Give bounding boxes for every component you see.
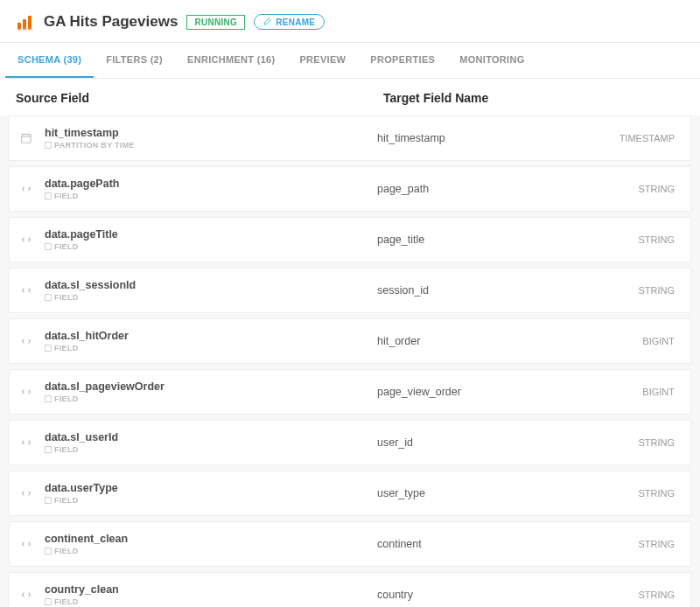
meta-box-icon bbox=[45, 395, 52, 402]
schema-row[interactable]: data.pagePathFIELDpage_pathSTRING bbox=[10, 167, 690, 211]
page-header: GA Hits Pageviews RUNNING RENAME bbox=[0, 0, 700, 43]
field-type: STRING bbox=[638, 437, 675, 448]
source-field-name: data.userType bbox=[45, 482, 377, 494]
rename-button-label: RENAME bbox=[276, 17, 315, 27]
source-field-meta-label: FIELD bbox=[54, 242, 79, 251]
meta-box-icon bbox=[45, 294, 52, 301]
target-field-name: page_path bbox=[377, 183, 638, 195]
target-field-name: hit_order bbox=[377, 335, 642, 347]
meta-box-icon bbox=[45, 243, 52, 250]
source-field-name: data.sl_userId bbox=[45, 431, 377, 443]
drag-handle-icon[interactable] bbox=[20, 436, 32, 449]
tab-schema[interactable]: SCHEMA (39) bbox=[5, 43, 94, 78]
schema-body: hit_timestampPARTITION BY TIMEhit_timest… bbox=[0, 115, 700, 607]
source-field-name: continent_clean bbox=[45, 533, 377, 545]
source-field-cell: data.sl_hitOrderFIELD bbox=[45, 330, 377, 352]
bar-chart-icon bbox=[16, 12, 35, 31]
source-field-meta: FIELD bbox=[45, 445, 377, 454]
field-type: TIMESTAMP bbox=[620, 133, 675, 143]
field-type: STRING bbox=[638, 590, 675, 600]
schema-row[interactable]: data.sl_hitOrderFIELDhit_orderBIGINT bbox=[10, 319, 690, 363]
schema-row[interactable]: hit_timestampPARTITION BY TIMEhit_timest… bbox=[10, 116, 690, 160]
schema-row[interactable]: data.userTypeFIELDuser_typeSTRING bbox=[10, 471, 690, 515]
svg-point-3 bbox=[17, 29, 34, 31]
source-field-meta: FIELD bbox=[45, 344, 377, 352]
drag-handle-icon[interactable] bbox=[20, 487, 32, 499]
target-field-name: user_id bbox=[377, 436, 638, 449]
target-field-name: user_type bbox=[377, 487, 638, 499]
meta-box-icon bbox=[45, 548, 52, 555]
tab-enrichment[interactable]: ENRICHMENT (16) bbox=[175, 43, 287, 78]
tab-monitoring[interactable]: MONITORING bbox=[447, 43, 536, 78]
schema-row[interactable]: data.sl_pageviewOrderFIELDpage_view_orde… bbox=[10, 370, 690, 414]
meta-box-icon bbox=[45, 142, 52, 149]
source-field-meta-label: FIELD bbox=[54, 293, 79, 302]
target-field-name: page_title bbox=[377, 234, 638, 246]
source-field-meta-label: FIELD bbox=[54, 547, 79, 555]
source-field-name: hit_timestamp bbox=[45, 127, 377, 139]
source-field-meta: FIELD bbox=[45, 547, 377, 555]
schema-row[interactable]: data.sl_userIdFIELDuser_idSTRING bbox=[10, 421, 690, 464]
source-field-meta-label: FIELD bbox=[54, 445, 79, 454]
tab-preview[interactable]: PREVIEW bbox=[287, 43, 358, 78]
source-field-meta-label: FIELD bbox=[54, 344, 79, 352]
meta-box-icon bbox=[45, 192, 52, 199]
tab-filters[interactable]: FILTERS (2) bbox=[94, 43, 175, 78]
source-field-meta-label: FIELD bbox=[54, 597, 79, 606]
rename-button[interactable]: RENAME bbox=[254, 14, 325, 30]
source-field-meta: FIELD bbox=[45, 242, 377, 251]
schema-row[interactable]: country_cleanFIELDcountrySTRING bbox=[10, 573, 690, 607]
source-field-cell: data.sl_pageviewOrderFIELD bbox=[45, 380, 377, 403]
source-field-cell: data.sl_sessionIdFIELD bbox=[45, 279, 377, 302]
source-field-meta-label: FIELD bbox=[54, 394, 79, 403]
svg-rect-1 bbox=[23, 19, 26, 30]
source-field-meta-label: FIELD bbox=[54, 192, 79, 200]
pencil-icon bbox=[263, 17, 272, 27]
drag-handle-icon[interactable] bbox=[20, 538, 32, 550]
calendar-icon bbox=[20, 132, 32, 144]
schema-row[interactable]: data.pageTitleFIELDpage_titleSTRING bbox=[10, 218, 690, 262]
source-field-meta: FIELD bbox=[45, 496, 377, 505]
source-field-name: data.pagePath bbox=[45, 178, 377, 190]
meta-box-icon bbox=[45, 598, 52, 605]
target-field-name: page_view_order bbox=[377, 386, 642, 398]
drag-handle-icon[interactable] bbox=[20, 589, 32, 601]
drag-handle-icon[interactable] bbox=[20, 183, 32, 195]
field-type: STRING bbox=[638, 488, 675, 499]
field-type: STRING bbox=[638, 539, 675, 549]
schema-header-row: Source Field Target Field Name bbox=[0, 79, 700, 115]
meta-box-icon bbox=[45, 446, 52, 453]
target-field-name: session_id bbox=[377, 284, 638, 297]
source-field-cell: data.pagePathFIELD bbox=[45, 178, 377, 200]
source-field-meta: FIELD bbox=[45, 293, 377, 302]
source-field-meta-label: FIELD bbox=[54, 496, 79, 505]
status-badge: RUNNING bbox=[186, 15, 245, 30]
source-field-name: data.sl_pageviewOrder bbox=[45, 380, 377, 393]
field-type: STRING bbox=[638, 234, 675, 245]
source-field-name: data.sl_hitOrder bbox=[45, 330, 377, 342]
drag-handle-icon[interactable] bbox=[20, 386, 32, 398]
tabs-bar: SCHEMA (39)FILTERS (2)ENRICHMENT (16)PRE… bbox=[0, 43, 700, 79]
schema-row[interactable]: data.sl_sessionIdFIELDsession_idSTRING bbox=[10, 269, 690, 312]
source-field-cell: hit_timestampPARTITION BY TIME bbox=[45, 127, 377, 150]
drag-handle-icon[interactable] bbox=[20, 335, 32, 347]
source-field-cell: continent_cleanFIELD bbox=[45, 533, 377, 555]
field-type: STRING bbox=[638, 184, 675, 194]
source-field-cell: data.pageTitleFIELD bbox=[45, 228, 377, 251]
source-field-cell: data.userTypeFIELD bbox=[45, 482, 377, 505]
source-field-meta: PARTITION BY TIME bbox=[45, 141, 377, 150]
drag-handle-icon[interactable] bbox=[20, 234, 32, 246]
column-header-target: Target Field Name bbox=[383, 91, 684, 105]
source-field-name: data.sl_sessionId bbox=[45, 279, 377, 291]
source-field-meta: FIELD bbox=[45, 192, 377, 200]
field-type: BIGINT bbox=[642, 336, 675, 346]
field-type: BIGINT bbox=[642, 387, 675, 397]
target-field-name: country bbox=[377, 589, 638, 601]
source-field-name: data.pageTitle bbox=[45, 228, 377, 241]
column-header-source: Source Field bbox=[16, 91, 383, 105]
source-field-cell: data.sl_userIdFIELD bbox=[45, 431, 377, 454]
drag-handle-icon[interactable] bbox=[20, 284, 32, 297]
schema-row[interactable]: continent_cleanFIELDcontinentSTRING bbox=[10, 522, 690, 566]
meta-box-icon bbox=[45, 497, 52, 504]
tab-properties[interactable]: PROPERTIES bbox=[358, 43, 447, 78]
